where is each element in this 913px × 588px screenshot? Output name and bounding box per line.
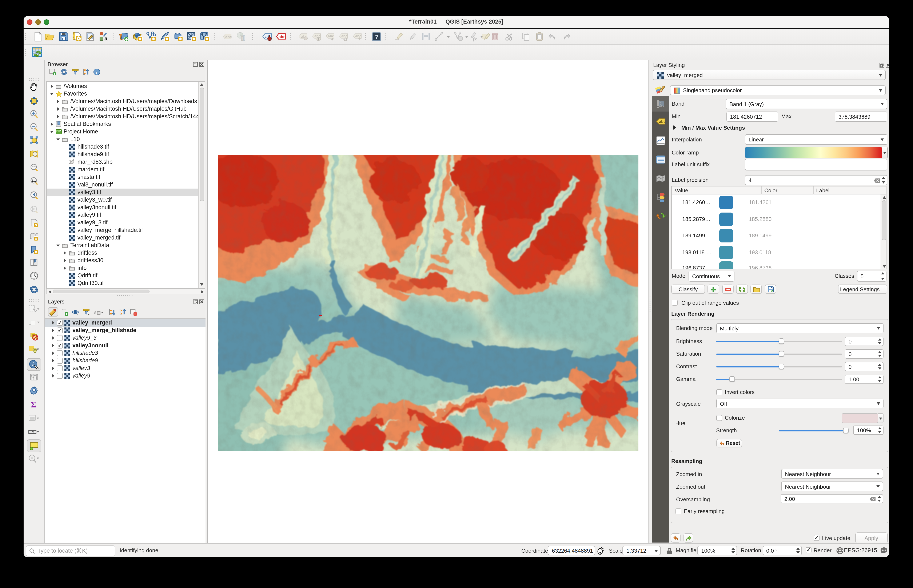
svg-text:abc: abc (225, 35, 232, 39)
svg-text:1:1: 1:1 (31, 179, 36, 182)
svg-text:abc: abc (341, 34, 347, 38)
svg-text:a: a (104, 36, 108, 42)
svg-text:abc: abc (355, 34, 361, 38)
svg-text:Σ: Σ (31, 400, 36, 409)
svg-text:i: i (32, 361, 34, 368)
svg-text:abc: abc (328, 34, 334, 38)
svg-text:ε: ε (94, 309, 96, 315)
svg-text:?: ? (375, 34, 379, 40)
svg-text:fx: fx (473, 36, 477, 42)
svg-text:abc: abc (659, 120, 665, 124)
svg-text:i: i (96, 69, 97, 75)
svg-text:abc: abc (278, 34, 285, 39)
